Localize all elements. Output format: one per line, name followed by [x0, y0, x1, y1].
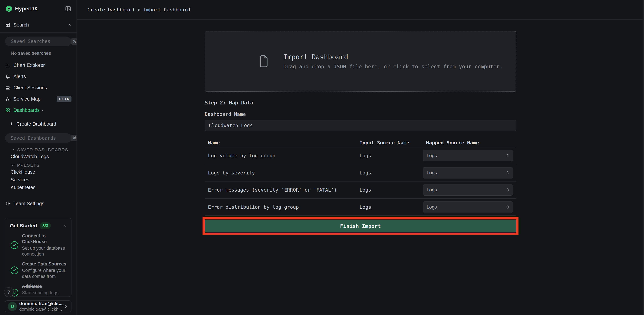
mapped-source-select[interactable]: Logs: [423, 167, 513, 178]
user-email: dominic.tran@clickh...: [19, 306, 64, 312]
shortcut-badge: ⌘K: [71, 38, 77, 45]
table-row: Logs by severity Logs Logs: [205, 164, 516, 181]
sidebar-item-chart-explorer[interactable]: Chart Explorer: [0, 60, 76, 71]
get-started-card: Get Started 3/3 Connect to ClickHouse Se…: [5, 218, 72, 297]
chart-name-cell: Error distribution by log group: [208, 204, 360, 210]
sidebar-preset-services[interactable]: Services: [0, 176, 76, 184]
input-source-cell: Logs: [360, 170, 423, 176]
json-dropzone[interactable]: Import Dashboard Drag and drop a JSON fi…: [205, 31, 516, 92]
gear-icon: [5, 201, 10, 206]
get-started-item-title: Create Data Sources: [22, 261, 67, 267]
avatar: D: [8, 302, 17, 311]
sidebar-item-team-settings[interactable]: Team Settings: [5, 198, 72, 209]
sidebar-preset-clickhouse[interactable]: ClickHouse: [0, 168, 76, 176]
preset-link-label: ClickHouse: [10, 169, 35, 175]
get-started-title: Get Started: [10, 223, 37, 228]
sidebar-dashboard-cloudwatch-logs[interactable]: CloudWatch Logs: [0, 153, 76, 160]
chart-name-cell: Error messages (severity 'ERROR' or 'FAT…: [208, 187, 360, 193]
dropzone-subtitle: Drag and drop a JSON file here, or click…: [284, 64, 503, 70]
chart-name-cell: Log volume by log group: [208, 153, 360, 159]
sidebar-item-dashboards[interactable]: Dashboards: [0, 105, 76, 116]
saved-dashboards-search[interactable]: ⌘K: [5, 133, 72, 143]
get-started-item-connect[interactable]: Connect to ClickHouse Set up your databa…: [10, 233, 67, 257]
help-button[interactable]: ?: [4, 287, 14, 297]
saved-searches-input[interactable]: [11, 39, 71, 44]
chevron-up-icon[interactable]: [67, 23, 72, 27]
finish-import-button[interactable]: Finish Import: [205, 220, 516, 232]
mapped-source-select[interactable]: Logs: [423, 184, 513, 196]
dashboard-link-label: CloudWatch Logs: [10, 154, 49, 159]
no-saved-searches-text: No saved searches: [11, 51, 76, 56]
column-header-input-source: Input Source Name: [360, 140, 423, 146]
get-started-item-sources[interactable]: Create Data Sources Configure where your…: [10, 261, 67, 279]
get-started-item-subtitle: Start sending logs, metrics, or traces: [22, 290, 67, 297]
sidebar-item-service-map[interactable]: Service Map BETA: [0, 93, 76, 105]
create-dashboard-button[interactable]: Create Dashboard: [0, 119, 76, 129]
sidebar-item-label: Search: [14, 22, 29, 28]
get-started-header[interactable]: Get Started 3/3: [10, 222, 67, 229]
group-label: PRESETS: [17, 163, 40, 168]
file-icon: [258, 54, 269, 69]
select-chevrons-icon: [506, 188, 510, 192]
table-row: Log volume by log group Logs Logs: [205, 147, 516, 164]
sidebar-item-client-sessions[interactable]: Client Sessions: [0, 82, 76, 93]
column-header-mapped-source: Mapped Source Name: [423, 140, 513, 146]
get-started-item-subtitle: Set up your database connection: [22, 245, 67, 257]
service-map-icon: [5, 97, 10, 101]
table-row: Error messages (severity 'ERROR' or 'FAT…: [205, 181, 516, 199]
sidebar-divider: [0, 32, 76, 33]
main-area: Create Dashboard > Import Dashboard Impo…: [77, 0, 644, 315]
user-name: dominic.tran@clic...: [19, 301, 64, 306]
sidebar-item-search[interactable]: Search: [5, 20, 72, 30]
vertical-scrollbar[interactable]: [643, 0, 644, 315]
select-chevrons-icon: [506, 171, 510, 175]
chart-explorer-icon: [5, 63, 10, 68]
get-started-item-subtitle: Configure where your data comes from: [22, 267, 67, 279]
saved-searches-search[interactable]: ⌘K: [5, 37, 72, 46]
panel-left-close-icon: [65, 5, 72, 12]
get-started-item-add-data[interactable]: Add Data Start sending logs, metrics, or…: [10, 284, 67, 297]
sidebar: HyperDX Search ⌘K No saved sear: [0, 0, 77, 315]
mapped-source-select[interactable]: Logs: [423, 150, 513, 161]
get-started-item-title: Add Data: [22, 284, 67, 289]
breadcrumb: Create Dashboard > Import Dashboard: [88, 7, 190, 13]
topbar: Create Dashboard > Import Dashboard: [77, 0, 644, 20]
breadcrumb-create-dashboard[interactable]: Create Dashboard: [88, 7, 134, 13]
chevron-up-icon[interactable]: [62, 223, 67, 228]
sidebar-item-label: Team Settings: [14, 201, 44, 206]
import-dashboard-panel: Import Dashboard Drag and drop a JSON fi…: [205, 31, 516, 232]
table-row: Error distribution by log group Logs Log…: [205, 199, 516, 216]
help-label: ?: [8, 289, 10, 295]
chevron-down-icon: [11, 148, 15, 152]
preset-link-label: Services: [10, 177, 29, 182]
selected-option: Logs: [427, 153, 437, 158]
app-title: HyperDX: [15, 6, 38, 12]
sidebar-item-alerts[interactable]: Alerts: [0, 71, 76, 82]
chevron-right-icon: [64, 304, 68, 309]
chevron-up-icon[interactable]: [40, 108, 44, 113]
sidebar-preset-kubernetes[interactable]: Kubernetes: [0, 184, 76, 191]
get-started-item-title: Connect to ClickHouse: [22, 233, 67, 245]
sidebar-item-label: Chart Explorer: [14, 63, 45, 68]
dashboards-grid-icon: [5, 108, 10, 113]
collapse-sidebar-button[interactable]: [65, 5, 72, 12]
app-root: HyperDX Search ⌘K No saved sear: [0, 0, 644, 315]
beta-badge: BETA: [57, 96, 72, 102]
table-header-row: Name Input Source Name Mapped Source Nam…: [205, 139, 516, 147]
mapped-source-select[interactable]: Logs: [423, 201, 513, 213]
saved-dashboards-input[interactable]: [11, 135, 71, 141]
shortcut-badge: ⌘K: [71, 135, 77, 141]
bell-icon: [5, 74, 10, 79]
preset-link-label: Kubernetes: [10, 185, 36, 190]
chevron-down-icon: [11, 163, 15, 167]
saved-dashboards-group-header[interactable]: SAVED DASHBOARDS: [0, 147, 76, 153]
selected-option: Logs: [427, 187, 437, 193]
user-menu[interactable]: D dominic.tran@clic... dominic.tran@clic…: [5, 300, 72, 312]
selected-option: Logs: [427, 170, 437, 175]
select-chevrons-icon: [506, 153, 510, 158]
check-circle-icon: [10, 241, 19, 250]
select-chevrons-icon: [506, 205, 510, 209]
selected-option: Logs: [427, 204, 437, 210]
presets-group-header[interactable]: PRESETS: [0, 162, 76, 168]
dashboard-name-input[interactable]: [205, 120, 516, 131]
